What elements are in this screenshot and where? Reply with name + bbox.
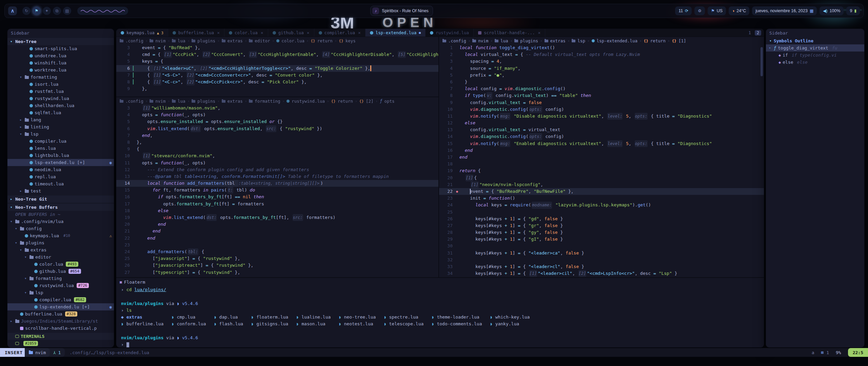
code-line[interactable]: 8 { [1]"<C-c>", [2]"<cmd>CccPick<cr>", d…: [116, 79, 438, 85]
code-line[interactable]: [121, 293, 764, 300]
code-line[interactable]: 26 ["javascriptreact"] = { "rustywind" }…: [116, 262, 438, 269]
code-line[interactable]: 17 opts.formatters_by_ft[ft] = formatter…: [116, 201, 438, 207]
code-line[interactable]: 18 else: [116, 207, 438, 214]
code-line[interactable]: 34 keys[#keys + 1] = { [1]"<leader>cil",…: [439, 270, 764, 277]
code-line[interactable]: 19return {: [439, 167, 764, 174]
pill-temperature[interactable]: ◑24°C: [729, 6, 749, 15]
code-line[interactable]: 17end: [439, 154, 764, 161]
tree-item[interactable]: rustywind.lua#726: [7, 282, 114, 289]
tree-item[interactable]: ~/.c/n/l/plugins#3980: [7, 347, 114, 347]
tree-item[interactable]: lsp-extended.lu [+]◉: [7, 303, 114, 310]
code-line[interactable]: 24 local keys = require(modname: "lazyvi…: [439, 202, 764, 208]
tab-keymaps-lua[interactable]: keymaps.lua▲ 3: [116, 29, 168, 37]
code-line[interactable]: 10 [1]"stevearc/conform.nvim",: [116, 152, 438, 159]
code-line[interactable]: 6 vim.list_extend(dst: opts.ensure_insta…: [116, 125, 438, 132]
tab-github-lua[interactable]: github.lua×: [268, 29, 314, 37]
workspace-2[interactable]: ⚑: [33, 7, 41, 15]
tree-item[interactable]: undotree.lua: [7, 52, 114, 59]
code-line[interactable]: 7 end,: [116, 132, 438, 139]
tree-item[interactable]: worktree.lua: [7, 66, 114, 74]
code-line[interactable]: 3 spacing = 4,: [439, 58, 764, 65]
tree-item[interactable]: #2859: [7, 340, 114, 347]
code-line[interactable]: 21 [1]"neovim/nvim-lspconfig",: [439, 181, 764, 188]
code-line[interactable]: 11 opts = function(_, opts): [116, 160, 438, 166]
tree-item[interactable]: lsp-extended.lu [+]◉: [7, 159, 114, 166]
code-line[interactable]: 22 event = { "BufReadPre", "BufNewFile" …: [439, 188, 764, 195]
tree-item[interactable]: isort.lua: [7, 81, 114, 88]
code-line[interactable]: 4 source = "if_many",: [439, 65, 764, 72]
breadcrumb-segment[interactable]: nvim: [155, 38, 165, 43]
close-icon[interactable]: ×: [538, 30, 541, 35]
code-line[interactable]: 8 if type(v: config.virtual_text) == "ta…: [439, 92, 764, 99]
close-icon[interactable]: ×: [307, 30, 310, 35]
code-line[interactable]: 8},: [116, 139, 438, 146]
breadcrumb-segment[interactable]: lua: [500, 38, 508, 43]
code-line[interactable]: 3 event = { "BufRead" },: [116, 44, 438, 51]
code-line[interactable]: 27 keys[#keys + 1] = { "gr", false }: [439, 222, 764, 229]
breadcrumb-segment[interactable]: extras: [228, 38, 243, 43]
workspace-3[interactable]: ✦: [43, 7, 51, 15]
breadcrumb-segment[interactable]: rustywind.lua: [292, 99, 325, 104]
close-icon[interactable]: ×: [358, 30, 361, 35]
tree-item[interactable]: ▾formatting: [7, 275, 114, 282]
tabpage-1[interactable]: 1: [747, 30, 753, 36]
code-line[interactable]: 12 --- Extend the conform plugin config …: [116, 166, 438, 173]
code-line[interactable]: 6 { [1]"<leader>uC", [2]"<cmd>CccHighlig…: [116, 65, 438, 72]
code-line[interactable]: 31 keys[#keys + 1] = { "<leader>ca", fal…: [439, 250, 764, 257]
tree-item[interactable]: ▸linting: [7, 123, 114, 130]
tree-item[interactable]: keymaps.lua#10⚠: [7, 232, 114, 239]
code-line[interactable]: 4 cmd = { [1]"CccPick", [2]"CccConvert",…: [116, 51, 438, 58]
code-line[interactable]: 13 config.virtual_text = virtual_text: [439, 126, 764, 133]
tree-item[interactable]: ▾config: [7, 225, 114, 232]
code-line[interactable]: 7 { [1]"<S-C>", [2]"<cmd>CccConvert<cr>"…: [116, 72, 438, 79]
code-line[interactable]: 14 local function add_formatters(tbl :ta…: [116, 180, 438, 187]
breadcrumb-segment[interactable]: .config: [125, 38, 143, 43]
code-line[interactable]: 20 [1]{: [439, 175, 764, 181]
code-line[interactable]: 23 init = function(): [439, 195, 764, 202]
breadcrumb-segment[interactable]: nvim: [155, 99, 165, 104]
tab-scrollbar-handle[interactable]: scrollbar-handle-...×: [474, 29, 545, 37]
code-line[interactable]: 23: [116, 242, 438, 248]
code-line[interactable]: 10 vim.diagnostic.config(opts: config): [439, 106, 764, 113]
music-player-widget[interactable]: ♪ Spiritbox - Rule Of Nines: [371, 6, 433, 16]
tree-item[interactable]: OPEN BUFFERS in ~: [7, 211, 114, 218]
code-line[interactable]: › cd lua/plugins/: [121, 286, 764, 293]
tree-item[interactable]: lens.lua: [7, 145, 114, 152]
pill-updates[interactable]: 11⟳: [675, 6, 692, 15]
breadcrumb-segment[interactable]: return: [338, 99, 353, 104]
breadcrumb-segment[interactable]: lua: [178, 99, 185, 104]
code-line[interactable]: 25 ["javascript"] = { "rustywind" },: [116, 255, 438, 262]
code-line[interactable]: 15 for ft, formatters in pairs(t: tbl) d…: [116, 187, 438, 194]
outline-item-else[interactable]: ◈elseelse: [766, 59, 864, 66]
code-line[interactable]: 12 else: [439, 120, 764, 126]
section-neo-tree[interactable]: ▾Neo-Tree: [7, 38, 114, 45]
breadcrumb-segment[interactable]: opts: [384, 99, 394, 104]
tree-item[interactable]: timeout.lua: [7, 180, 114, 187]
tree-item[interactable]: ▾.config/nvim/lua: [7, 218, 114, 225]
tree-item[interactable]: smart-splits.lua: [7, 45, 114, 52]
tree-item[interactable]: ▾formatting: [7, 74, 114, 81]
breadcrumb-segment[interactable]: .config: [448, 38, 466, 43]
tree-item[interactable]: winshift.lua: [7, 59, 114, 66]
tree-item[interactable]: compiler.lua#682: [7, 296, 114, 303]
code-line[interactable]: 21 end: [116, 228, 438, 235]
breadcrumb[interactable]: .config›nvim›lua›plugins›extras›lsp›lsp-…: [439, 37, 764, 44]
code-line[interactable]: 24 add_formatters(tbl: {: [116, 248, 438, 255]
code-line[interactable]: 1local function toggle_diag_virtext(): [439, 44, 764, 51]
workspace-5[interactable]: ▤: [63, 7, 71, 15]
terminal-output[interactable]: › cd lua/plugins/nvim/lua/plugins via ◗ …: [116, 286, 764, 347]
code-line[interactable]: 33 keys[#keys + 1] = { "<leader>cl", fal…: [439, 263, 764, 270]
close-icon[interactable]: ×: [217, 30, 220, 35]
code-line[interactable]: 18: [439, 161, 764, 167]
pill-clock-date[interactable]: jueves, noviembre 16, 2023▦: [752, 6, 817, 15]
breadcrumb-segment[interactable]: plugins: [197, 99, 215, 104]
code-line[interactable]: 3 [1]"williamboman/mason.nvim",: [116, 105, 438, 111]
code-line[interactable]: 5 keys = {: [116, 58, 438, 65]
code-line[interactable]: 20 end: [116, 221, 438, 228]
code-line[interactable]: 32: [439, 257, 764, 263]
breadcrumb-segment[interactable]: [2]: [366, 99, 374, 104]
breadcrumb-segment[interactable]: [1]: [678, 38, 686, 43]
code-line[interactable]: 28 keys[#keys + 1] = { "gy", false }: [439, 229, 764, 236]
code-line[interactable]: 15 vim.notify(msg: "Enabled diagnostics …: [439, 140, 764, 147]
code-line[interactable]: 7 local config = vim.diagnostic.config(): [439, 85, 764, 92]
